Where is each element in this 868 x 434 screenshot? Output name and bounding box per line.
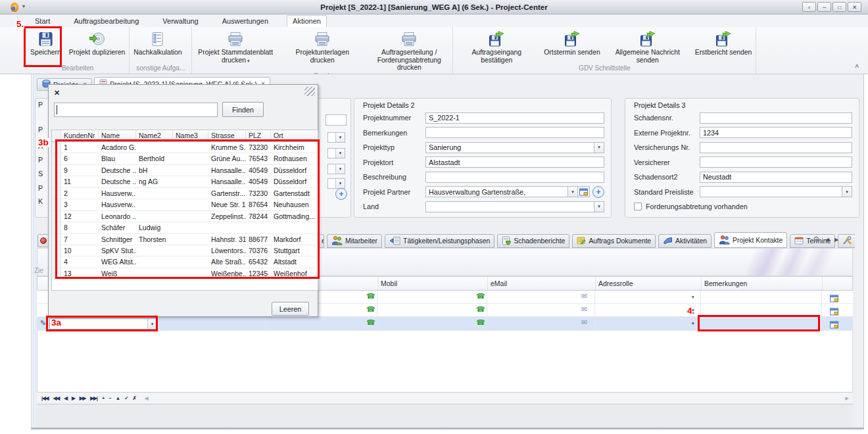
tab-gerätebeweg[interactable]: Gerätebeweg xyxy=(838,234,855,248)
forderungsabtretung-checkbox[interactable] xyxy=(634,203,642,210)
phone-icon[interactable]: ☎ xyxy=(476,306,485,313)
find-button[interactable]: Finden xyxy=(222,102,264,117)
ribbon-tab-verwaltung[interactable]: Verwaltung xyxy=(157,16,203,27)
schadensort2-field[interactable]: Neustadt xyxy=(700,172,852,183)
tab-mitarbeiter[interactable]: Mitarbeiter xyxy=(327,234,382,248)
ribbon-button[interactable]: Ortstermin senden xyxy=(540,28,604,57)
dropdown-caret-icon: ▾ xyxy=(335,149,345,158)
search-input[interactable] xyxy=(54,103,218,117)
tab-tätigkeiten-leistungsphasen[interactable]: Tätigkeiten/Leistungsphasen xyxy=(385,234,494,248)
details1-combo-sliver[interactable]: ▾ xyxy=(327,178,345,189)
ribbon-button-label: Projektunterlagen drucken xyxy=(283,49,362,64)
navigator-button[interactable]: |◀◀ xyxy=(41,395,49,401)
ribbon-tab-auswertungen[interactable]: Auswertungen xyxy=(217,16,274,27)
field-row: Versicherer xyxy=(634,157,852,168)
navigator-button[interactable]: ▲ xyxy=(116,395,120,401)
ribbon-button[interactable]: Projekt Stammdatenblatt drucken ▾ xyxy=(192,28,279,64)
ribbon-button[interactable]: Erstbericht senden xyxy=(691,28,756,57)
email-icon[interactable]: ✉ xyxy=(581,319,587,326)
dropdown-caret-icon[interactable]: ▾ xyxy=(594,142,604,153)
minimize-button[interactable]: – xyxy=(817,2,831,12)
navigator-button[interactable]: + xyxy=(102,395,104,401)
close-button[interactable]: ✕ xyxy=(848,2,861,12)
details1-input-sliver[interactable] xyxy=(326,114,347,126)
quick-access-caret-icon[interactable]: ▾ xyxy=(22,3,25,9)
standard-preisliste-field[interactable] xyxy=(700,186,842,197)
details1-combo-sliver[interactable]: ▾ xyxy=(327,148,345,158)
grid-column-header[interactable]: Bemerkungen xyxy=(704,279,747,287)
versicherer-field[interactable] xyxy=(700,157,852,168)
email-icon[interactable]: ✉ xyxy=(581,293,587,300)
dropdown-caret-icon[interactable]: ▾ xyxy=(692,321,694,326)
tab-auftrags-dokumente[interactable]: Auftrags Dokumente xyxy=(572,234,656,248)
dropdown-caret-icon[interactable]: ▾ xyxy=(692,295,694,300)
scroll-right-icon[interactable]: ▶ xyxy=(845,395,849,401)
projekttyp-field[interactable]: Sanierung xyxy=(425,142,594,153)
tab-partial[interactable]: e xyxy=(319,234,324,248)
dropdown-caret-icon[interactable]: ▾ xyxy=(842,186,852,197)
phone-icon[interactable]: ☎ xyxy=(366,306,375,313)
navigator-button[interactable]: ✗ xyxy=(132,395,135,401)
dropdown-caret-icon[interactable]: ▾ xyxy=(568,186,578,197)
gear-icon[interactable]: ⚙ xyxy=(813,235,820,244)
navigator-button[interactable]: ◀ xyxy=(64,395,67,401)
ribbon-button[interactable]: Nachkalkulation xyxy=(130,28,185,57)
ribbon-tab-auftragsbearbeitung[interactable]: Auftragsbearbeitung xyxy=(68,16,144,27)
details1-combo-sliver[interactable]: ▾ xyxy=(327,164,345,174)
dropdown-caret-icon[interactable]: ▾ xyxy=(594,201,604,212)
ribbon-button[interactable]: Allgemeine Nachricht senden xyxy=(604,28,691,64)
navigator-button[interactable]: ▶ xyxy=(72,395,75,401)
report-icon xyxy=(502,236,511,247)
grid-column-header[interactable]: Adressrolle xyxy=(598,279,633,287)
collapse-ribbon-icon[interactable]: ^ xyxy=(855,64,859,71)
tab-aktivitäten[interactable]: Aktivitäten xyxy=(658,234,711,248)
detail-card-icon[interactable] xyxy=(578,186,590,197)
projekt-partner-field[interactable]: Hausverwaltung Gartenstraße, xyxy=(425,186,568,197)
navigator-button[interactable]: ◀◀ xyxy=(53,395,60,401)
tab-projekt-kontakte[interactable]: Projekt Kontakte xyxy=(714,232,787,248)
navigator-button[interactable]: − xyxy=(108,395,110,401)
add-partner-button[interactable]: + xyxy=(335,188,347,200)
land-field[interactable] xyxy=(425,201,594,212)
tools-icon xyxy=(842,236,852,247)
ribbon-button[interactable]: Auftragseingang bestätigen xyxy=(453,28,540,64)
restore-button[interactable]: □ xyxy=(832,2,846,12)
details1-combo-sliver[interactable]: ▾ xyxy=(327,132,345,143)
tab-label: Mitarbeiter xyxy=(345,237,377,245)
field-row: Schadensnr. xyxy=(634,112,852,124)
detail-card-icon[interactable] xyxy=(830,320,838,331)
phone-icon[interactable]: ☎ xyxy=(366,319,375,326)
window-menu-button[interactable]: ▫ xyxy=(802,2,816,12)
phone-icon[interactable]: ☎ xyxy=(476,319,485,326)
projektort-field[interactable]: Alstastadt xyxy=(425,157,604,168)
bemerkungen-field[interactable] xyxy=(425,127,604,138)
email-icon[interactable]: ✉ xyxy=(581,306,587,313)
navigator-button[interactable]: ✓ xyxy=(124,395,128,401)
navigator-button[interactable]: ▶▶| xyxy=(90,395,97,401)
app-logo-icon[interactable] xyxy=(11,3,18,12)
phone-icon[interactable]: ☎ xyxy=(476,293,485,300)
tab-scroll-right-icon[interactable]: ▶ xyxy=(834,237,838,243)
phone-icon[interactable]: ☎ xyxy=(366,293,375,300)
ribbon-button[interactable]: Projekt duplizieren xyxy=(65,28,129,57)
grid-column-header[interactable]: Mobil xyxy=(381,279,397,287)
people-icon xyxy=(331,235,343,247)
annotation-label-3a: 3a xyxy=(51,318,62,327)
schadensnr--field[interactable] xyxy=(700,112,852,124)
versicherungs-nr--field[interactable] xyxy=(700,142,852,153)
tab-schadenberichte[interactable]: Schadenberichte xyxy=(497,234,569,248)
beschreibung-field[interactable] xyxy=(425,172,604,183)
grid-column-header[interactable]: eMail xyxy=(491,279,507,287)
ribbon-button[interactable]: Auftragserteilung / Forderungsabtretung … xyxy=(366,28,452,72)
navigator-button[interactable]: ▶▶ xyxy=(80,395,86,401)
dialog-resize-grip[interactable] xyxy=(304,87,315,96)
ribbon-tab-start[interactable]: Start xyxy=(30,16,55,27)
add-record-button[interactable]: + xyxy=(592,186,604,198)
ribbon-tab-aktionen[interactable]: Aktionen xyxy=(287,15,327,27)
dialog-close-icon[interactable]: ✕ xyxy=(54,89,60,97)
clear-button[interactable]: Leeren xyxy=(272,302,309,316)
ribbon-button[interactable]: Projektunterlagen drucken xyxy=(279,28,366,64)
externe-projektnr--field[interactable]: 1234 xyxy=(700,127,852,138)
tab-scroll-left-icon[interactable]: ◀ xyxy=(825,237,829,243)
projektnummer-field[interactable]: S_2022-1 xyxy=(425,112,604,124)
